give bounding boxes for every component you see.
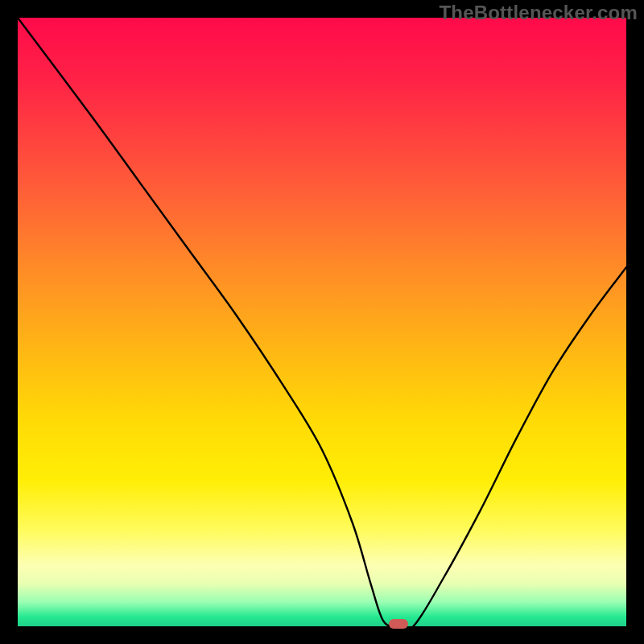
watermark-label: TheBottlenecker.com (439, 2, 638, 23)
plot-gradient-background (18, 18, 626, 626)
bottleneck-chart: TheBottlenecker.com (0, 0, 644, 644)
optimum-marker (389, 619, 408, 629)
watermark-text: TheBottlenecker.com (439, 2, 638, 24)
